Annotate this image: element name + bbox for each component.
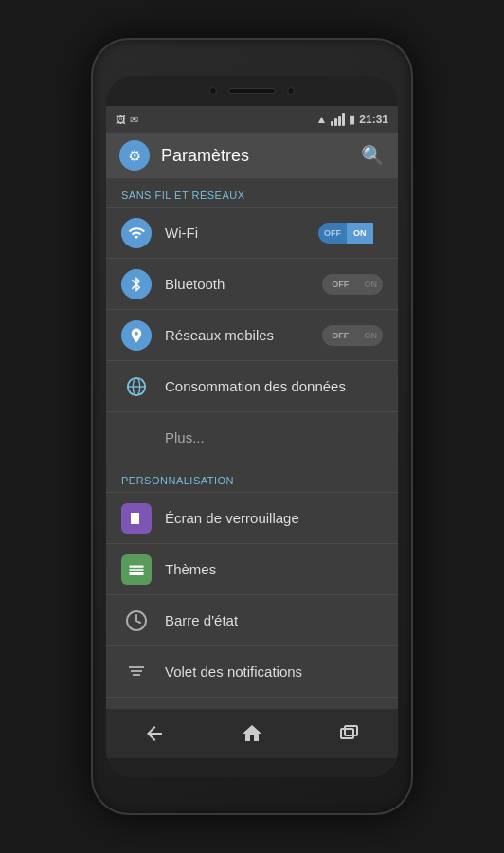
mob-off-label: OFF <box>322 331 359 340</box>
bar1 <box>331 121 333 126</box>
list-item-mobile[interactable]: Réseaux mobiles OFF ON <box>106 310 398 361</box>
themes-icon <box>121 554 152 585</box>
list-item-bluetooth[interactable]: Bluetooth OFF ON <box>106 259 398 310</box>
section-header-network: SANS FIL ET RÉSEAUX <box>106 178 398 208</box>
gear-icon: ⚙ <box>128 147 141 165</box>
app-title: Paramètres <box>161 146 350 166</box>
svg-rect-4 <box>341 729 353 738</box>
settings-list: SANS FIL ET RÉSEAUX Wi-Fi OFF ON <box>106 178 398 709</box>
speaker <box>228 88 276 94</box>
mobile-label: Réseaux mobiles <box>165 327 309 343</box>
data-usage-label: Consommation des données <box>165 378 383 394</box>
lockscreen-icon <box>121 503 152 534</box>
statusbar-icon <box>121 606 152 636</box>
lockscreen-label: Écran de verrouillage <box>165 510 383 526</box>
wifi-toggle[interactable]: OFF ON <box>318 223 383 244</box>
mobile-toggle[interactable]: OFF ON <box>322 325 383 346</box>
bt-on-label: ON <box>359 280 384 289</box>
search-button[interactable]: 🔍 <box>361 144 385 167</box>
nav-bar <box>106 709 398 758</box>
image-icon: 🖼 <box>116 114 126 125</box>
sensor-dot <box>287 87 295 95</box>
bar2 <box>334 118 337 126</box>
more-label: Plus... <box>121 429 383 445</box>
bar4 <box>342 113 345 126</box>
wifi-on-label: ON <box>347 223 373 244</box>
settings-app-icon: ⚙ <box>119 140 150 171</box>
mob-on-label: ON <box>359 331 384 340</box>
wifi-status-icon: ▲ <box>315 113 327 126</box>
phone-top-bezel <box>106 76 398 106</box>
list-item-notifications[interactable]: Volet des notifications <box>106 646 398 698</box>
list-item-wifi[interactable]: Wi-Fi OFF ON <box>106 208 398 259</box>
wifi-label: Wi-Fi <box>165 225 305 241</box>
list-item-data[interactable]: Consommation des données <box>106 361 398 412</box>
list-item-lockscreen[interactable]: Écran de verrouillage <box>106 493 398 544</box>
statusbar-label: Barre d'état <box>165 612 383 628</box>
bar3 <box>338 116 341 126</box>
phone-screen: 🖼 ✉ ▲ ▮ 21:31 ⚙ Paramètres 🔍 <box>106 76 398 777</box>
camera-dot <box>209 87 217 95</box>
section-header-personal: PERSONNALISATION <box>106 463 398 493</box>
notifications-icon <box>121 657 152 687</box>
mail-icon: ✉ <box>130 114 138 126</box>
wifi-off-label: OFF <box>318 223 347 244</box>
app-bar: ⚙ Paramètres 🔍 <box>106 133 398 178</box>
wifi-icon <box>121 218 152 248</box>
bluetooth-label: Bluetooth <box>165 276 309 292</box>
list-item-statusbar[interactable]: Barre d'état <box>106 595 398 646</box>
back-button[interactable] <box>135 715 173 753</box>
data-usage-icon <box>121 372 152 402</box>
home-button[interactable] <box>233 715 271 753</box>
svg-rect-5 <box>345 726 357 735</box>
list-item-themes[interactable]: Thèmes <box>106 544 398 595</box>
battery-icon: ▮ <box>349 113 355 126</box>
bt-off-label: OFF <box>322 280 359 289</box>
clock: 21:31 <box>359 113 388 126</box>
recents-button[interactable] <box>331 715 369 753</box>
themes-label: Thèmes <box>165 561 383 577</box>
bluetooth-icon <box>121 269 152 299</box>
phone-bottom-bezel <box>106 758 398 777</box>
notifications-label: Volet des notifications <box>165 663 383 680</box>
signal-bars <box>331 113 345 126</box>
status-bar: 🖼 ✉ ▲ ▮ 21:31 <box>106 106 398 133</box>
bluetooth-toggle[interactable]: OFF ON <box>322 274 383 295</box>
status-left-icons: 🖼 ✉ <box>116 114 138 126</box>
phone-frame: 🖼 ✉ ▲ ▮ 21:31 ⚙ Paramètres 🔍 <box>91 38 413 815</box>
status-right-icons: ▲ ▮ 21:31 <box>315 113 388 126</box>
mobile-icon <box>121 320 152 351</box>
list-item-more[interactable]: Plus... <box>106 412 398 463</box>
